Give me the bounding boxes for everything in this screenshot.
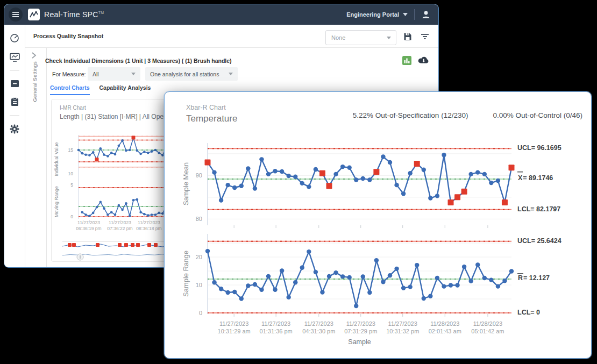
preset-select[interactable]: None	[325, 30, 396, 45]
tab-bar: Control Charts Capability Analysis	[50, 84, 151, 95]
download-button[interactable]	[418, 56, 429, 64]
analysis-select-value: One analysis for all stations	[150, 71, 229, 77]
xbar-r-chart: 908020100	[165, 92, 591, 358]
tab-control-charts[interactable]: Control Charts	[50, 84, 90, 95]
sidebar	[4, 25, 25, 267]
x-axis-label: 11/28/202305:01:42 am	[464, 320, 511, 336]
sample-range-axis-label: Sample Range	[182, 233, 190, 314]
svg-text:10: 10	[196, 282, 202, 288]
user-icon[interactable]	[421, 10, 431, 19]
x-axis-label: 11/27/202301:31:36 pm	[252, 320, 300, 336]
svg-text:80: 80	[196, 216, 202, 222]
navbar-divider	[414, 9, 415, 20]
sidebar-item-analytics[interactable]	[9, 52, 21, 63]
trademark: TM	[98, 11, 104, 15]
x-axis-label: 11/28/202302:01:43 am	[421, 320, 468, 336]
chevron-right-icon	[31, 52, 37, 59]
measure-select[interactable]: All	[88, 67, 140, 81]
measure-select-value: All	[93, 71, 131, 77]
svg-text:06:36:19 pm: 06:36:19 pm	[76, 226, 101, 231]
page-title: Process Quality Snapshot	[33, 33, 103, 39]
analysis-select[interactable]: One analysis for all stations	[145, 67, 238, 81]
filter-button[interactable]	[421, 33, 429, 40]
x-axis-labels: 11/27/202310:31:29 am11/27/202301:31:36 …	[208, 320, 511, 338]
out-of-control-stat: 0.00% Out-of-Control (0/46)	[493, 111, 582, 119]
svg-text:11/27/2023: 11/27/2023	[138, 220, 160, 225]
x-axis-label: 11/27/202304:31:30 pm	[295, 320, 343, 336]
svg-text:Individual Value: Individual Value	[54, 142, 59, 176]
xbar-r-chart-window: Xbar-R Chart Temperature 5.22% Out-of-Sp…	[164, 91, 592, 359]
cloud-download-icon	[418, 56, 429, 64]
collapse-button[interactable]	[31, 52, 37, 59]
analysis-panel-title: Check Individual Dimensions (1 Unit | 3 …	[45, 58, 232, 64]
range-ucl-label: UCL= 25.6424	[517, 237, 562, 245]
mean-ucl-label: UCL= 96.1695	[517, 144, 562, 152]
out-of-spec-stat: 5.22% Out-of-Specification (12/230)	[353, 111, 468, 119]
hamburger-icon	[12, 11, 19, 18]
imr-chart-type-label: I-MR Chart	[60, 105, 86, 111]
x-axis-label: 11/27/202310:31:29 am	[210, 320, 258, 336]
gauge-icon	[10, 33, 19, 43]
archive-icon	[10, 80, 19, 88]
range-lcl-label: LCL= 0	[517, 309, 540, 316]
sidebar-item-dashboard[interactable]	[9, 32, 20, 44]
svg-text:90: 90	[196, 172, 202, 179]
gear-icon	[10, 124, 19, 134]
x-axis-label: 11/27/202310:31:32 pm	[379, 320, 427, 336]
preset-select-value: None	[331, 34, 387, 41]
overlay-chart-type-label: Xbar-R Chart	[186, 104, 226, 111]
x-axis-label: 11/27/202307:31:29 pm	[337, 320, 385, 336]
svg-text:5: 5	[70, 182, 73, 188]
svg-text:0: 0	[199, 310, 202, 316]
chart-view-button[interactable]	[402, 56, 411, 65]
app-title: Real-Time SPCTM	[44, 10, 104, 19]
for-measure-label: For Measure:	[52, 71, 86, 77]
sidebar-item-checklist[interactable]	[10, 96, 20, 108]
sidebar-divider	[10, 70, 19, 71]
filter-icon	[421, 33, 429, 40]
save-icon	[403, 32, 412, 41]
svg-text:20: 20	[196, 254, 202, 260]
monitor-chart-icon	[10, 53, 20, 62]
sidebar-item-settings[interactable]	[9, 123, 20, 135]
clipboard-icon	[11, 97, 19, 106]
svg-text:10: 10	[68, 171, 74, 176]
general-settings-label: General Settings	[32, 61, 38, 102]
svg-text:11/27/2023: 11/27/2023	[77, 220, 100, 225]
svg-text:Moving Range: Moving Range	[54, 186, 59, 217]
imr-chart-title: Length | (31) Station [I-MR] | All Opera…	[60, 113, 180, 120]
tab-capability-analysis[interactable]: Capability Analysis	[99, 84, 151, 95]
svg-text:0: 0	[70, 214, 73, 219]
overlay-chart-title: Temperature	[186, 113, 237, 124]
sidebar-item-storage[interactable]	[9, 78, 20, 89]
chevron-down-icon	[229, 73, 233, 75]
svg-text:15: 15	[68, 147, 74, 153]
sample-mean-axis-label: Sample Mean	[182, 144, 190, 224]
svg-text:08:36:18 pm: 08:36:18 pm	[136, 226, 161, 231]
x-axis-title: Sample	[208, 338, 511, 346]
menu-button[interactable]	[9, 8, 23, 22]
chevron-down-icon	[403, 13, 408, 16]
overlay-stats: 5.22% Out-of-Specification (12/230) 0.00…	[353, 111, 582, 119]
portal-dropdown[interactable]: Engineering Portal	[346, 11, 408, 18]
mean-lcl-label: LCL= 82.1797	[517, 205, 560, 213]
divider	[25, 47, 438, 48]
bar-chart-icon	[402, 56, 411, 65]
chevron-down-icon	[387, 37, 391, 39]
svg-text:07:36:22 pm: 07:36:22 pm	[107, 226, 132, 231]
chevron-down-icon	[131, 73, 136, 75]
app-navbar: Real-Time SPCTM Engineering Portal	[4, 4, 438, 25]
range-center-label: R= 12.127	[517, 274, 550, 282]
save-button[interactable]	[403, 32, 412, 41]
app-logo-icon	[28, 9, 40, 20]
mean-center-label: X= 89.1746	[517, 174, 553, 182]
sidebar-divider	[10, 115, 19, 116]
divider	[46, 47, 47, 267]
svg-text:11/27/2023: 11/27/2023	[109, 220, 131, 225]
